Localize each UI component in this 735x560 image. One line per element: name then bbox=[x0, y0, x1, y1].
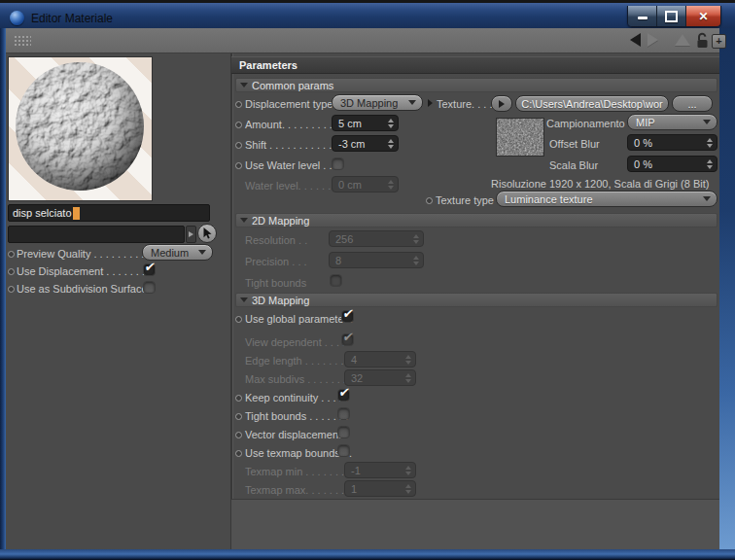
history-back-icon[interactable] bbox=[630, 33, 641, 47]
shader-popup-button[interactable] bbox=[186, 226, 196, 243]
scale-blur-value: 0 % bbox=[628, 158, 652, 170]
max-subdivs-field: 32 bbox=[344, 369, 416, 386]
texture-type-value: Luminance texture bbox=[505, 193, 593, 205]
water-level-label: Water level. . . . . . bbox=[245, 179, 331, 192]
spinner-arrows[interactable] bbox=[707, 159, 717, 169]
spinner-arrows[interactable] bbox=[388, 119, 398, 128]
use-subdivision-label: Use as Subdivision Surface bbox=[17, 282, 148, 296]
shift-field[interactable]: -3 cm bbox=[332, 135, 399, 152]
material-picker-button[interactable] bbox=[197, 224, 217, 243]
spinner-arrows[interactable] bbox=[388, 139, 398, 149]
panel-divider[interactable] bbox=[230, 53, 233, 549]
preview-sphere bbox=[9, 57, 152, 200]
preview-quality-value: Medium bbox=[151, 247, 189, 259]
animation-dot[interactable] bbox=[8, 286, 15, 293]
vector-displacement-checkbox[interactable] bbox=[337, 426, 350, 438]
material-preview[interactable] bbox=[8, 56, 153, 201]
displacement-type-dropdown[interactable]: 3D Mapping bbox=[332, 94, 423, 111]
tight-bounds-3d-label: Tight bounds . . . . . . . bbox=[245, 409, 348, 423]
edge-length-value: 4 bbox=[345, 354, 357, 366]
animation-dot[interactable] bbox=[235, 432, 242, 438]
add-icon[interactable]: + bbox=[712, 34, 726, 49]
amount-field[interactable]: 5 cm bbox=[332, 115, 399, 131]
use-global-label: Use global parameters bbox=[245, 312, 353, 326]
shift-value: -3 cm bbox=[332, 138, 366, 150]
animation-dot[interactable] bbox=[235, 413, 242, 420]
amount-value: 5 cm bbox=[332, 118, 362, 129]
section-3d-label: 3D Mapping bbox=[252, 295, 309, 306]
texture-expand-icon[interactable] bbox=[428, 99, 433, 107]
tight-bounds-2d-label: Tight bounds bbox=[245, 276, 306, 290]
animation-dot[interactable] bbox=[426, 197, 433, 204]
offset-blur-field[interactable]: 0 % bbox=[627, 134, 718, 151]
window-border-right bbox=[719, 28, 735, 549]
material-name-value: disp selciato bbox=[13, 207, 72, 219]
material-editor-window: Editor Materiale ✕ + bbox=[0, 0, 735, 560]
tight-bounds-3d-checkbox[interactable] bbox=[337, 407, 350, 420]
spinner-arrows bbox=[413, 256, 423, 265]
animation-dot[interactable] bbox=[235, 122, 242, 128]
texture-path-value: C:\Users\Andrea\Desktop\wor bbox=[521, 98, 663, 110]
maximize-button[interactable] bbox=[657, 6, 686, 26]
use-subdivision-checkbox[interactable] bbox=[143, 281, 156, 294]
app-icon bbox=[10, 11, 24, 25]
minimize-button[interactable] bbox=[628, 6, 657, 26]
offset-blur-value: 0 % bbox=[628, 137, 652, 149]
texture-type-label: Texture type bbox=[436, 193, 494, 207]
sampling-label: Campionamento bbox=[546, 117, 622, 130]
texture-browse-button[interactable]: ... bbox=[672, 95, 713, 112]
use-displacement-checkbox[interactable] bbox=[143, 263, 156, 276]
scale-blur-field[interactable]: 0 % bbox=[627, 156, 718, 172]
use-texmap-bounds-checkbox[interactable] bbox=[337, 444, 350, 457]
material-name-input[interactable]: disp selciato bbox=[8, 204, 210, 222]
toolbar: + bbox=[6, 28, 719, 53]
shift-label: Shift . . . . . . . . . . . bbox=[245, 138, 332, 152]
spinner-arrows bbox=[405, 373, 415, 383]
texmap-max-value: 1 bbox=[345, 483, 357, 495]
preview-quality-label: Preview Quality . . . . . . . . . bbox=[17, 247, 144, 261]
sampling-dropdown[interactable]: MIP bbox=[627, 114, 718, 130]
view-dependent-checkbox bbox=[341, 333, 354, 346]
up-arrow-icon bbox=[675, 34, 690, 46]
spinner-arrows bbox=[413, 234, 423, 244]
texmap-min-field: -1 bbox=[344, 462, 416, 478]
section-common-params[interactable]: Common params bbox=[235, 78, 718, 92]
animation-dot[interactable] bbox=[235, 395, 242, 402]
close-button[interactable]: ✕ bbox=[686, 6, 720, 26]
resolution-value: 256 bbox=[330, 233, 353, 245]
animation-dot[interactable] bbox=[235, 450, 242, 457]
shader-input[interactable] bbox=[8, 226, 185, 243]
animation-dot[interactable] bbox=[235, 142, 242, 149]
texture-label: Texture. . . . bbox=[437, 97, 492, 111]
keep-continuity-label: Keep continuity . . . . . bbox=[245, 391, 348, 404]
section-3d-mapping[interactable]: 3D Mapping bbox=[235, 293, 718, 307]
spinner-arrows[interactable] bbox=[707, 138, 717, 148]
parameters-title: Parameters bbox=[231, 59, 298, 71]
texmap-min-value: -1 bbox=[345, 465, 361, 476]
titlebar[interactable]: Editor Materiale ✕ bbox=[0, 3, 735, 29]
precision-field: 8 bbox=[329, 252, 424, 268]
history-forward-icon bbox=[648, 33, 658, 47]
spinner-arrows bbox=[405, 466, 415, 475]
precision-value: 8 bbox=[330, 255, 341, 266]
toolbar-grip-handle[interactable] bbox=[14, 35, 31, 47]
scale-blur-label: Scala Blur bbox=[549, 158, 598, 172]
spinner-arrows bbox=[405, 355, 415, 365]
use-water-level-checkbox[interactable] bbox=[332, 158, 344, 170]
texture-popup-button[interactable] bbox=[491, 95, 512, 112]
preview-quality-dropdown[interactable]: Medium bbox=[142, 244, 213, 261]
use-global-checkbox[interactable] bbox=[341, 310, 354, 323]
text-cursor bbox=[73, 207, 80, 220]
animation-dot[interactable] bbox=[8, 268, 15, 275]
tight-bounds-2d-checkbox bbox=[330, 274, 342, 287]
animation-dot[interactable] bbox=[235, 316, 242, 323]
texture-thumbnail[interactable] bbox=[496, 118, 544, 157]
texture-path-button[interactable]: C:\Users\Andrea\Desktop\wor bbox=[515, 95, 669, 112]
section-2d-mapping[interactable]: 2D Mapping bbox=[235, 213, 718, 228]
animation-dot[interactable] bbox=[235, 162, 242, 169]
lock-icon[interactable] bbox=[696, 32, 709, 49]
animation-dot[interactable] bbox=[8, 251, 15, 258]
texture-type-dropdown[interactable]: Luminance texture bbox=[496, 191, 718, 207]
keep-continuity-checkbox[interactable] bbox=[337, 389, 350, 402]
animation-dot[interactable] bbox=[235, 101, 242, 108]
